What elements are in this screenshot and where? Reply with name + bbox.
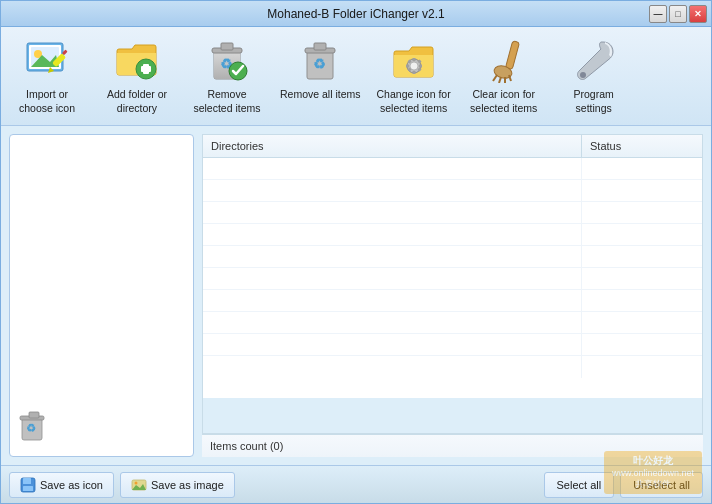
clear-icon-icon	[480, 36, 528, 84]
main-content: ♻ Directories Status	[1, 126, 711, 465]
close-button[interactable]: ✕	[689, 5, 707, 23]
directory-panel: Directories Status Items	[202, 134, 703, 457]
add-folder-button[interactable]: Add folder ordirectory	[93, 31, 181, 121]
svg-rect-44	[23, 486, 33, 491]
col-directories: Directories	[203, 135, 582, 157]
svg-rect-23	[412, 58, 415, 61]
remove-selected-icon: ♻	[203, 36, 251, 84]
directory-table: Directories Status	[202, 134, 703, 434]
table-row	[203, 334, 702, 356]
table-row	[203, 202, 702, 224]
col-status: Status	[582, 135, 702, 157]
svg-rect-10	[141, 66, 151, 72]
svg-rect-24	[412, 71, 415, 74]
select-all-button[interactable]: Select all	[544, 472, 615, 498]
add-folder-icon	[113, 36, 161, 84]
program-settings-label: Programsettings	[574, 88, 614, 115]
table-row	[203, 158, 702, 180]
svg-line-33	[493, 75, 497, 81]
save-as-icon-label: Save as icon	[40, 479, 103, 491]
change-icon-button[interactable]: Change icon forselected items	[370, 31, 458, 121]
toolbar: Import orchoose icon Add folder ordirect…	[1, 27, 711, 126]
clear-icon-label: Clear icon forselected items	[470, 88, 537, 115]
window-title: Mohaned-B Folder iChanger v2.1	[267, 7, 444, 21]
svg-rect-26	[419, 65, 422, 68]
program-settings-button[interactable]: Programsettings	[550, 31, 638, 121]
items-count: Items count (0)	[202, 434, 703, 457]
program-settings-icon	[570, 36, 618, 84]
svg-rect-43	[23, 478, 31, 484]
import-icon-button[interactable]: Import orchoose icon	[3, 31, 91, 121]
save-icon-icon	[20, 477, 36, 493]
table-header: Directories Status	[203, 135, 702, 158]
directory-rows	[203, 158, 702, 398]
table-row	[203, 290, 702, 312]
save-as-icon-button[interactable]: Save as icon	[9, 472, 114, 498]
svg-rect-19	[314, 43, 326, 50]
remove-selected-button[interactable]: ♻ Removeselected items	[183, 31, 271, 121]
svg-rect-25	[406, 65, 409, 68]
title-bar: Mohaned-B Folder iChanger v2.1 — □ ✕	[1, 1, 711, 27]
maximize-button[interactable]: □	[669, 5, 687, 23]
save-image-icon	[131, 477, 147, 493]
unselect-all-button[interactable]: Unselect all	[620, 472, 703, 498]
svg-text:♻: ♻	[26, 422, 36, 434]
import-icon-icon	[23, 36, 71, 84]
change-icon-icon	[390, 36, 438, 84]
import-icon-label: Import orchoose icon	[19, 88, 75, 115]
svg-line-34	[499, 77, 501, 83]
add-folder-label: Add folder ordirectory	[107, 88, 167, 115]
table-row	[203, 246, 702, 268]
table-row	[203, 224, 702, 246]
svg-point-37	[580, 72, 586, 78]
remove-all-icon: ♻	[296, 36, 344, 84]
svg-rect-31	[505, 41, 519, 70]
table-row	[203, 268, 702, 290]
remove-all-button[interactable]: ♻ Remove all items	[273, 31, 368, 121]
minimize-button[interactable]: —	[649, 5, 667, 23]
svg-point-46	[134, 481, 137, 484]
save-as-image-label: Save as image	[151, 479, 224, 491]
table-row	[203, 312, 702, 334]
icon-preview-panel: ♻	[9, 134, 194, 457]
icon-preview-area: ♻	[18, 408, 78, 444]
main-window: Mohaned-B Folder iChanger v2.1 — □ ✕	[0, 0, 712, 504]
table-row	[203, 180, 702, 202]
table-row	[203, 356, 702, 378]
save-as-image-button[interactable]: Save as image	[120, 472, 235, 498]
bottom-bar: Save as icon Save as image Select all Un…	[1, 465, 711, 503]
svg-text:♻: ♻	[313, 56, 326, 72]
svg-rect-14	[221, 43, 233, 50]
change-icon-label: Change icon forselected items	[377, 88, 451, 115]
window-controls: — □ ✕	[649, 5, 707, 23]
clear-icon-button[interactable]: Clear icon forselected items	[460, 31, 548, 121]
remove-all-label: Remove all items	[280, 88, 361, 102]
svg-point-22	[410, 62, 418, 70]
svg-rect-40	[29, 412, 39, 418]
remove-selected-label: Removeselected items	[193, 88, 260, 115]
